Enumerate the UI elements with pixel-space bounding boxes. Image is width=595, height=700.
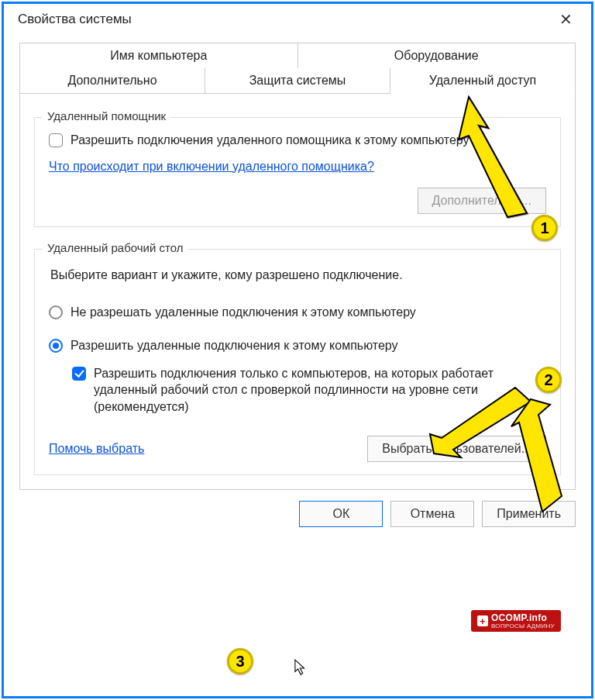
radio-dont-allow-label: Не разрешать удаленные подключения к это…: [71, 304, 416, 321]
group-title-remote-desktop: Удаленный рабочий стол: [43, 241, 187, 254]
remote-desktop-desc: Выберите вариант и укажите, кому разреше…: [50, 268, 546, 282]
window-title: Свойства системы: [18, 12, 132, 27]
svg-marker-3: [295, 660, 304, 674]
watermark-sub: ВОПРОСЫ АДМИНУ: [491, 622, 555, 629]
group-title-remote-assist: Удаленный помощник: [43, 109, 170, 122]
annotation-arrow-2b: [488, 395, 573, 519]
cursor-icon: [294, 659, 308, 678]
tabs: Имя компьютера Оборудование Дополнительн…: [19, 43, 576, 94]
tab-remote[interactable]: Удаленный доступ: [390, 68, 576, 94]
annotation-badge-1: 1: [531, 215, 558, 241]
annotation-badge-3: 3: [227, 648, 253, 674]
svg-marker-0: [459, 97, 527, 217]
watermark: + OCOMP.info ВОПРОСЫ АДМИНУ: [471, 610, 561, 632]
tab-system-protection[interactable]: Защита системы: [205, 68, 390, 94]
ok-button[interactable]: ОК: [299, 501, 383, 527]
tab-computer-name[interactable]: Имя компьютера: [19, 43, 298, 68]
allow-remote-assist-checkbox[interactable]: [49, 133, 63, 147]
annotation-badge-2: 2: [535, 367, 562, 393]
nla-checkbox[interactable]: [72, 367, 86, 381]
radio-allow-label: Разрешить удаленные подключения к этому …: [71, 337, 398, 354]
radio-dont-allow[interactable]: [49, 305, 63, 319]
cancel-button[interactable]: Отмена: [390, 501, 474, 527]
allow-remote-assist-label: Разрешить подключения удаленного помощни…: [71, 132, 469, 149]
plus-icon: +: [477, 616, 488, 626]
tab-advanced[interactable]: Дополнительно: [19, 68, 205, 94]
watermark-main: OCOMP.info: [491, 612, 547, 623]
tab-hardware[interactable]: Оборудование: [298, 43, 576, 68]
close-icon[interactable]: ✕: [553, 12, 579, 27]
remote-assist-help-link[interactable]: Что происходит при включении удаленного …: [49, 160, 374, 173]
radio-allow[interactable]: [49, 339, 63, 353]
help-choose-link[interactable]: Помочь выбрать: [49, 442, 144, 456]
svg-marker-2: [511, 399, 562, 512]
